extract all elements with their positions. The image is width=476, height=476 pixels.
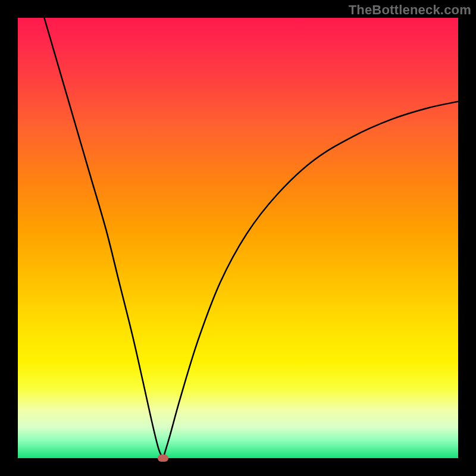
- plot-area: [18, 18, 458, 458]
- bottleneck-curve: [18, 18, 458, 458]
- curve-right-branch: [163, 102, 458, 458]
- optimum-marker: [158, 455, 168, 462]
- chart-frame: [18, 18, 458, 458]
- curve-left-branch: [44, 18, 163, 458]
- watermark-text: TheBottleneck.com: [349, 2, 471, 18]
